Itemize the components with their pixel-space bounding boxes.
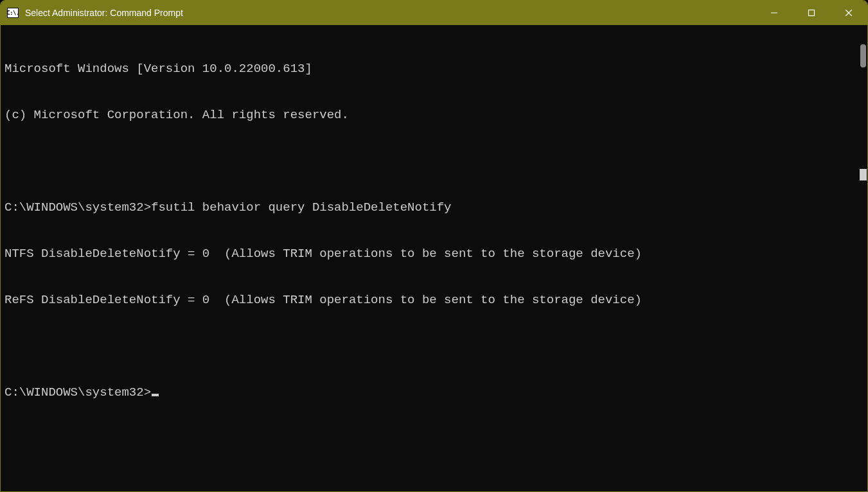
cmd-icon-text: C:\.: [6, 10, 19, 16]
close-icon: [845, 9, 853, 17]
output-line: C:\WINDOWS\system32>fsutil behavior quer…: [4, 200, 855, 215]
terminal-area: Microsoft Windows [Version 10.0.22000.61…: [1, 25, 867, 491]
output-line: (c) Microsoft Corporation. All rights re…: [4, 107, 855, 123]
minimize-icon: [770, 9, 778, 17]
output-line: [4, 338, 855, 354]
terminal[interactable]: Microsoft Windows [Version 10.0.22000.61…: [1, 25, 855, 491]
maximize-button[interactable]: [793, 1, 830, 25]
prompt-line: C:\WINDOWS\system32>: [4, 385, 855, 400]
output-line: Microsoft Windows [Version 10.0.22000.61…: [4, 61, 855, 76]
minimize-button[interactable]: [756, 1, 793, 25]
scrollbar[interactable]: [855, 25, 867, 491]
titlebar[interactable]: C:\. Select Administrator: Command Promp…: [1, 1, 867, 25]
window-title: Select Administrator: Command Prompt: [25, 8, 183, 18]
maximize-icon: [808, 9, 815, 17]
scrollbar-thumb[interactable]: [860, 44, 866, 67]
close-button[interactable]: [830, 1, 867, 25]
prompt-text: C:\WINDOWS\system32>: [4, 385, 151, 400]
svg-rect-1: [809, 10, 815, 16]
cursor: [152, 394, 159, 396]
output-line: ReFS DisableDeleteNotify = 0 (Allows TRI…: [4, 292, 855, 308]
scrollbar-position-marker: [860, 169, 867, 180]
output-line: [4, 154, 855, 169]
output-line: NTFS DisableDeleteNotify = 0 (Allows TRI…: [4, 246, 855, 261]
window-controls: [756, 1, 867, 25]
cmd-icon: C:\.: [7, 8, 19, 18]
command-prompt-window: C:\. Select Administrator: Command Promp…: [0, 0, 868, 492]
